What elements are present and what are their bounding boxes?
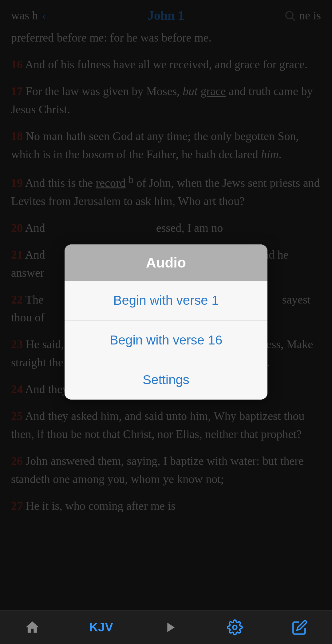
bottom-nav: KJV	[0, 610, 332, 644]
settings-label: Settings	[143, 372, 189, 387]
svg-point-2	[233, 625, 237, 629]
version-label: KJV	[89, 620, 113, 634]
nav-settings[interactable]	[227, 619, 243, 635]
modal-header: Audio	[65, 244, 267, 281]
nav-edit[interactable]	[292, 619, 308, 635]
settings-button[interactable]: Settings	[65, 360, 267, 400]
modal-overlay[interactable]: Audio Begin with verse 1 Begin with vers…	[0, 0, 332, 644]
begin-verse-16-button[interactable]: Begin with verse 16	[65, 320, 267, 360]
play-icon	[162, 619, 178, 635]
begin-verse-1-button[interactable]: Begin with verse 1	[65, 281, 267, 320]
nav-home[interactable]	[24, 619, 40, 635]
begin-verse-1-label: Begin with verse 1	[113, 293, 219, 308]
home-icon	[24, 619, 40, 635]
modal-title: Audio	[146, 255, 186, 271]
gear-icon	[227, 619, 243, 635]
edit-icon	[292, 619, 308, 635]
nav-play[interactable]	[162, 619, 178, 635]
audio-modal: Audio Begin with verse 1 Begin with vers…	[65, 244, 267, 400]
nav-version[interactable]: KJV	[89, 620, 113, 634]
begin-verse-16-label: Begin with verse 16	[110, 333, 223, 347]
